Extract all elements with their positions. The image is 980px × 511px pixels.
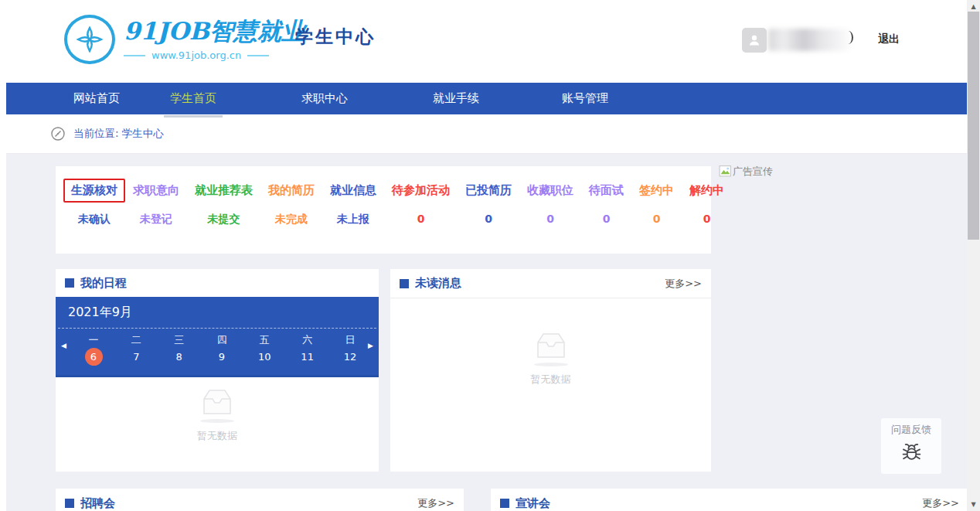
stat-value: 0	[546, 213, 554, 225]
scroll-down-icon[interactable]: ▼	[967, 498, 980, 511]
stats-panel: 生源核对 未确认 求职意向 未登记 就业推荐表 未提交	[56, 166, 711, 254]
breadcrumb-text: 当前位置: 学生中心	[73, 127, 164, 141]
feedback-widget[interactable]: 问题反馈	[881, 418, 941, 474]
section-bullet-icon	[400, 279, 409, 288]
decorative-line	[247, 55, 269, 56]
calendar-date-number: 12	[341, 348, 359, 366]
info-session-more-link[interactable]: 更多>>	[922, 496, 959, 510]
student-center-page: 91JOB智慧就业 www.91job.org.cn 学生中心 退出	[0, 0, 980, 511]
calendar-date[interactable]: 6	[83, 348, 104, 366]
stat-item[interactable]: 就业信息 未上报	[322, 179, 384, 227]
messages-empty-state: 暂无数据	[390, 331, 711, 387]
messages-title: 未读消息	[415, 276, 461, 291]
stat-item[interactable]: 已投简历 0	[458, 179, 519, 227]
brand-url: www.91job.org.cn	[124, 49, 269, 61]
calendar-date-number: 10	[256, 348, 274, 366]
calendar-weekday: 二	[126, 333, 146, 347]
stat-item[interactable]: 待面试 0	[581, 179, 631, 227]
calendar-date[interactable]: 7	[126, 348, 146, 366]
messages-header: 未读消息 更多>>	[390, 269, 711, 298]
calendar-date[interactable]: 10	[254, 348, 274, 366]
calendar-weekday-row: 一 二 三 四 五 六 日	[83, 333, 360, 347]
stat-item[interactable]: 签约中 0	[631, 179, 682, 227]
info-session-panel: 宣讲会 更多>>	[491, 489, 968, 511]
section-bullet-icon	[500, 499, 509, 508]
stat-item[interactable]: 求职意向 未登记	[125, 179, 187, 227]
stat-label: 签约中	[631, 179, 682, 203]
calendar-date-number: 11	[298, 348, 316, 366]
page-title: 学生中心	[295, 25, 376, 49]
vertical-scrollbar[interactable]: ▲ ▼	[967, 0, 980, 511]
stats-row: 生源核对 未确认 求职意向 未登记 就业推荐表 未提交	[56, 166, 711, 227]
nav-item[interactable]: 网站首页	[72, 83, 121, 114]
calendar-date-number: 7	[128, 348, 145, 366]
left-arrow-icon[interactable]: ◀	[61, 342, 66, 349]
empty-text: 暂无数据	[197, 429, 237, 443]
calendar-date-number: 9	[213, 348, 230, 366]
calendar: 2021年9月 ◀ ▶ 一 二 三 四	[56, 297, 379, 377]
nav-item[interactable]: 学生首页	[168, 83, 218, 114]
stat-value: 0	[485, 213, 492, 225]
job-fair-panel: 招聘会 更多>>	[56, 489, 464, 511]
decorative-line	[124, 55, 145, 56]
nav-item[interactable]: 就业手续	[431, 83, 481, 114]
calendar-date[interactable]: 11	[298, 348, 318, 366]
nav-item[interactable]: 求职中心	[300, 83, 349, 114]
stat-label: 已投简历	[458, 179, 519, 203]
compass-icon	[50, 126, 66, 141]
job-fair-header: 招聘会 更多>>	[56, 489, 464, 511]
username-redacted[interactable]	[768, 29, 853, 51]
calendar-divider	[58, 328, 376, 329]
stat-item[interactable]: 收藏职位 0	[519, 179, 581, 227]
nav-item-label: 账号管理	[562, 91, 608, 105]
nav-item-label: 就业手续	[433, 91, 479, 105]
schedule-header: 我的日程	[56, 269, 379, 297]
calendar-date[interactable]: 12	[340, 348, 360, 366]
stat-item[interactable]: 就业推荐表 未提交	[187, 179, 260, 227]
stat-value: 未完成	[275, 213, 308, 227]
stat-item[interactable]: 解约中 0	[682, 179, 732, 227]
stat-value: 未登记	[140, 213, 172, 227]
logout-button[interactable]: 退出	[878, 32, 900, 46]
stat-item[interactable]: 我的简历 未完成	[260, 179, 322, 227]
stat-label: 待面试	[581, 179, 631, 203]
calendar-date-number: 8	[170, 348, 188, 366]
info-session-title: 宣讲会	[516, 496, 550, 511]
stat-value: 未确认	[78, 213, 111, 227]
empty-text: 暂无数据	[531, 373, 571, 387]
stat-value: 未上报	[337, 213, 369, 227]
calendar-date-row: 6 7 8 9	[83, 348, 360, 366]
empty-shadow	[200, 419, 234, 423]
messages-more-link[interactable]: 更多>>	[665, 277, 702, 291]
feedback-label: 问题反馈	[891, 423, 931, 437]
stat-label: 收藏职位	[519, 179, 581, 203]
nav-item-label: 学生首页	[170, 91, 216, 105]
scrollbar-thumb[interactable]	[968, 12, 979, 240]
nav-item[interactable]: 账号管理	[560, 83, 610, 114]
stat-value: 0	[703, 213, 711, 225]
calendar-date[interactable]: 8	[169, 348, 189, 366]
calendar-weekday: 三	[169, 333, 189, 347]
app-container: 91JOB智慧就业 www.91job.org.cn 学生中心 退出	[6, 0, 967, 511]
ad-broken-image[interactable]: 广告宣传	[719, 165, 773, 179]
section-bullet-icon	[65, 499, 74, 508]
calendar-date[interactable]: 9	[212, 348, 232, 366]
inbox-icon	[198, 387, 236, 418]
bug-icon	[901, 441, 922, 462]
stat-value: 0	[417, 213, 425, 225]
messages-panel: 未读消息 更多>> 暂无数据	[390, 269, 711, 472]
stat-item[interactable]: 生源核对 未确认	[63, 179, 125, 227]
content-area: 生源核对 未确认 求职意向 未登记 就业推荐表 未提交	[6, 154, 967, 511]
stat-value: 0	[653, 213, 661, 225]
stat-item[interactable]: 待参加活动 0	[384, 179, 458, 227]
schedule-panel: 我的日程 2021年9月 ◀ ▶ 一 二 三	[56, 269, 379, 472]
calendar-month-label: 2021年9月	[68, 305, 132, 321]
nav-item-label: 网站首页	[73, 91, 120, 105]
job-fair-more-link[interactable]: 更多>>	[417, 496, 454, 510]
job-fair-title: 招聘会	[80, 496, 115, 511]
right-arrow-icon[interactable]: ▶	[368, 342, 373, 349]
user-icon[interactable]	[742, 28, 767, 53]
brand-url-text: www.91job.org.cn	[151, 49, 241, 61]
calendar-weekday: 五	[254, 333, 274, 347]
stat-value: 未提交	[208, 213, 240, 227]
